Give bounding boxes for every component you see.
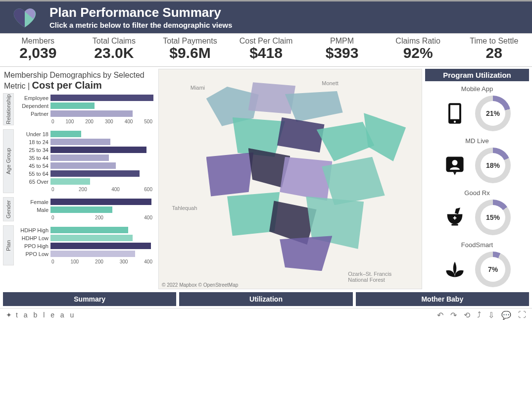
bar-row[interactable]: Dependent <box>16 102 153 110</box>
map-label: Ozark–St. Francis National Forest <box>348 271 407 283</box>
bar-category-label: 25 to 34 <box>16 147 50 153</box>
donut-percent-label: 7% <box>475 252 511 287</box>
bar-row[interactable]: Employee <box>16 94 153 102</box>
svg-rect-6 <box>454 216 455 219</box>
demographics-column: Membership Demographics by Selected Metr… <box>3 69 155 289</box>
choropleth-map[interactable]: Miami Monett Tahlequah Ozark–St. Francis… <box>158 69 422 289</box>
chart-group-label: Relationship <box>3 93 14 125</box>
tableau-logo: ✦ t a b l e a u <box>6 311 76 319</box>
tab-mother-baby[interactable]: Mother Baby <box>356 292 529 306</box>
utilization-item[interactable]: Mobile App 21% <box>425 81 529 133</box>
svg-point-2 <box>454 120 456 122</box>
bar-category-label: 55 to 64 <box>16 171 50 177</box>
donut-percent-label: 15% <box>475 200 511 235</box>
bar-row[interactable]: HDHP High <box>16 226 153 234</box>
bar-category-label: Under 18 <box>16 131 50 137</box>
bar-category-label: 18 to 24 <box>16 139 50 145</box>
chart-axis: 0100200300400 <box>16 259 153 264</box>
donut-percent-label: 21% <box>475 96 511 131</box>
undo-icon[interactable]: ↶ <box>437 310 443 320</box>
kpi-card[interactable]: PMPM$393 <box>304 37 380 61</box>
bar-row[interactable]: Male <box>16 206 153 214</box>
download-icon[interactable]: ⇩ <box>488 310 494 320</box>
bar-row[interactable]: HDHP Low <box>16 234 153 242</box>
bar-row[interactable]: Partner <box>16 110 153 118</box>
chart-group-label: Gender <box>3 197 14 221</box>
map-label: Monett <box>322 80 339 86</box>
kpi-value: $9.6M <box>152 45 228 61</box>
bar-row[interactable]: 25 to 34 <box>16 146 153 154</box>
fullscreen-icon[interactable]: ⛶ <box>518 310 526 319</box>
utilization-item[interactable]: MD Live 18% <box>425 133 529 185</box>
header-text: Plan Performance Summary Click a metric … <box>49 5 232 29</box>
kpi-card[interactable]: Total Payments$9.6M <box>152 37 228 61</box>
bar-category-label: PPO Low <box>16 251 50 257</box>
demographic-chart: Age GroupUnder 1818 to 2425 to 3435 to 4… <box>3 129 155 193</box>
bar-row[interactable]: 55 to 64 <box>16 170 153 178</box>
comment-icon[interactable]: 💬 <box>501 310 511 320</box>
bar-category-label: Employee <box>16 95 50 101</box>
demographics-title: Membership Demographics by Selected Metr… <box>3 69 155 93</box>
svg-point-4 <box>452 160 458 165</box>
bar-row[interactable]: Under 18 <box>16 130 153 138</box>
map-attribution: © 2022 Mapbox © OpenStreetMap <box>162 282 238 288</box>
reset-icon[interactable]: ⟲ <box>464 310 470 320</box>
kpi-value: 28 <box>456 45 532 61</box>
redo-icon[interactable]: ↷ <box>450 310 457 320</box>
donut-chart: 21% <box>475 96 511 131</box>
chart-axis: 0200400 <box>16 215 153 220</box>
mortar-pestle-icon <box>443 206 466 229</box>
page-subtitle: Click a metric below to filter the demog… <box>49 21 232 29</box>
chart-group-label: Age Group <box>3 129 14 193</box>
bar-row[interactable]: 65 Over <box>16 178 153 186</box>
footer-toolbar: ↶ ↷ ⟲ ⤴ ⇩ 💬 ⛶ <box>437 310 526 320</box>
chart-axis: 0100200300400500 <box>16 119 153 124</box>
program-utilization-header: Program Utilization <box>425 69 529 81</box>
bar-row[interactable]: 18 to 24 <box>16 138 153 146</box>
utilization-item-name: Good Rx <box>425 189 529 197</box>
tab-utilization[interactable]: Utilization <box>179 292 352 306</box>
tab-summary[interactable]: Summary <box>3 292 176 306</box>
person-badge-icon <box>443 154 466 177</box>
kpi-value: 2,039 <box>0 45 76 61</box>
bar-row[interactable]: 35 to 44 <box>16 154 153 162</box>
svg-rect-7 <box>451 224 458 225</box>
donut-chart: 18% <box>475 148 511 183</box>
share-icon[interactable]: ⤴ <box>477 310 481 319</box>
bar-category-label: Female <box>16 199 50 205</box>
demographic-chart: RelationshipEmployeeDependentPartner0100… <box>3 93 155 125</box>
kpi-card[interactable]: Claims Ratio92% <box>380 37 456 61</box>
donut-chart: 15% <box>475 200 511 235</box>
header-bar: Plan Performance Summary Click a metric … <box>0 0 532 33</box>
bar-row[interactable]: PPO High <box>16 242 153 250</box>
kpi-value: 92% <box>380 45 456 61</box>
bar-row[interactable]: PPO Low <box>16 250 153 258</box>
demographic-chart: PlanHDHP HighHDHP LowPPO HighPPO Low0100… <box>3 225 155 265</box>
bar-category-label: PPO High <box>16 243 50 249</box>
donut-percent-label: 18% <box>475 148 511 183</box>
donut-chart: 7% <box>475 252 511 287</box>
map-label: Miami <box>191 85 205 91</box>
kpi-label: Cost Per Claim <box>228 37 304 46</box>
utilization-item-name: Mobile App <box>425 85 529 93</box>
svg-rect-1 <box>450 105 459 119</box>
chart-group-label: Plan <box>3 225 14 265</box>
utilization-item-name: FoodSmart <box>425 241 529 249</box>
kpi-card[interactable]: Time to Settle28 <box>456 37 532 61</box>
kpi-card[interactable]: Total Claims23.0K <box>76 37 152 61</box>
page-title: Plan Performance Summary <box>49 5 232 20</box>
bar-row[interactable]: 45 to 54 <box>16 162 153 170</box>
bar-category-label: Dependent <box>16 103 50 109</box>
bar-row[interactable]: Female <box>16 198 153 206</box>
kpi-row: Members2,039Total Claims23.0KTotal Payme… <box>0 33 532 67</box>
utilization-item[interactable]: Good Rx 15% <box>425 185 529 237</box>
kpi-value: $393 <box>304 45 380 61</box>
utilization-item[interactable]: FoodSmart 7% <box>425 237 529 289</box>
bar-category-label: HDHP High <box>16 227 50 233</box>
tabs-row: SummaryUtilizationMother Baby <box>0 292 532 308</box>
demographic-chart: GenderFemaleMale0200400 <box>3 197 155 221</box>
kpi-value: 23.0K <box>76 45 152 61</box>
kpi-label: Total Payments <box>152 37 228 46</box>
kpi-card[interactable]: Members2,039 <box>0 37 76 61</box>
kpi-card[interactable]: Cost Per Claim$418 <box>228 37 304 61</box>
